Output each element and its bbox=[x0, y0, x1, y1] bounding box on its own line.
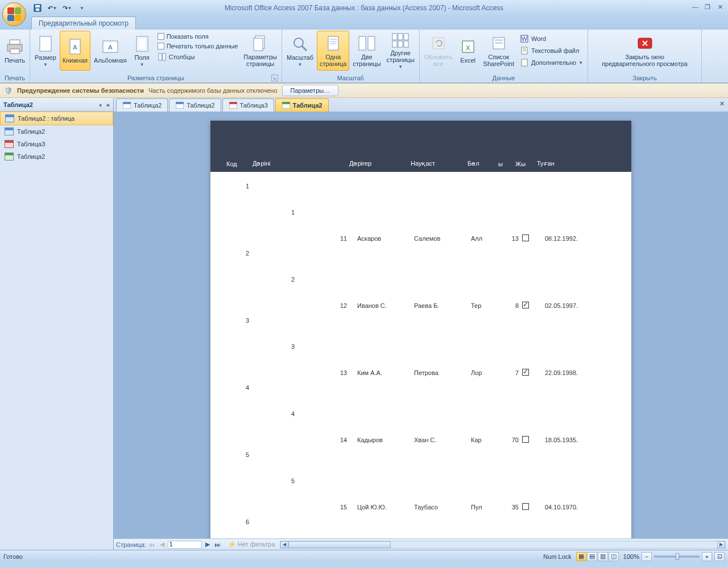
one-page-label: Одна страница bbox=[320, 53, 346, 67]
size-button[interactable]: Размер▼ bbox=[32, 31, 59, 71]
svg-rect-42 bbox=[522, 59, 527, 66]
more-pages-button[interactable]: Другие страницы▼ bbox=[384, 31, 417, 71]
quick-access-toolbar: ↶▼ ↷▼ ▼ bbox=[31, 2, 88, 14]
next-page-button[interactable]: ▶ bbox=[203, 540, 212, 549]
page-setup-button[interactable]: Параметры страницы bbox=[241, 31, 279, 71]
print-data-only-checkbox[interactable]: Печатать только данные bbox=[155, 42, 241, 51]
more-export-button[interactable]: Дополнительно▼ bbox=[518, 57, 585, 68]
prev-page-button[interactable]: ◀ bbox=[158, 540, 167, 549]
view-print-button[interactable]: ▤ bbox=[587, 552, 597, 561]
scroll-right-button[interactable]: ▶ bbox=[717, 541, 725, 548]
svg-point-17 bbox=[294, 38, 303, 47]
portrait-button[interactable]: AКнижная bbox=[60, 31, 90, 71]
zoom-button[interactable]: Масштаб▼ bbox=[284, 31, 316, 71]
close-preview-icon bbox=[636, 34, 654, 52]
report-group: 4414КадыровХван С.Кар7018.05.1935. bbox=[226, 380, 615, 447]
undo-icon[interactable]: ↶▼ bbox=[46, 2, 59, 14]
margins-button[interactable]: Поля▼ bbox=[130, 31, 154, 71]
nav-item[interactable]: Таблица3 bbox=[0, 138, 113, 150]
two-pages-button[interactable]: Две страницы bbox=[350, 31, 383, 71]
scroll-left-button[interactable]: ◀ bbox=[280, 541, 288, 548]
office-button[interactable] bbox=[2, 2, 26, 26]
restore-button[interactable]: ❐ bbox=[702, 2, 713, 11]
svg-rect-28 bbox=[392, 41, 397, 47]
close-button[interactable]: ✕ bbox=[714, 2, 726, 11]
more-icon bbox=[520, 58, 529, 67]
doc-tab[interactable]: Таблица2 bbox=[275, 98, 329, 112]
text-file-button[interactable]: Текстовый файл bbox=[518, 45, 585, 56]
excel-label: Excel bbox=[460, 57, 475, 64]
nav-item[interactable]: Таблица2 bbox=[0, 150, 113, 163]
table-icon bbox=[229, 101, 238, 110]
close-preview-button[interactable]: Закрыть окно предварительного просмотра bbox=[599, 31, 690, 71]
first-page-button[interactable]: ⏮ bbox=[147, 540, 156, 549]
refresh-label: Обновить все bbox=[424, 53, 453, 67]
group-layout-label: Разметка страницы↘ bbox=[32, 73, 279, 83]
show-fields-checkbox[interactable]: Показать поля bbox=[155, 32, 241, 41]
nav-item-label: Таблица2 : таблица bbox=[18, 115, 75, 122]
last-page-button[interactable]: ⏭ bbox=[213, 540, 222, 549]
redo-icon[interactable]: ↷▼ bbox=[61, 2, 73, 14]
page-setup-icon bbox=[251, 34, 270, 52]
svg-rect-14 bbox=[163, 53, 166, 60]
columns-label: Столбцы bbox=[169, 53, 195, 60]
zoom-out-button[interactable]: − bbox=[642, 552, 652, 561]
svg-rect-5 bbox=[10, 49, 19, 53]
zoom-fit-button[interactable]: ⊡ bbox=[714, 552, 725, 561]
security-options-button[interactable]: Параметры… bbox=[282, 85, 339, 96]
report-page: Код Дәріні Дәрігер Науқаст Бөл ы Жы Туға… bbox=[210, 121, 631, 538]
table-icon bbox=[5, 114, 14, 122]
excel-button[interactable]: XExcel bbox=[456, 31, 480, 71]
sharepoint-button[interactable]: Список SharePoint bbox=[481, 31, 516, 71]
save-icon[interactable] bbox=[31, 2, 44, 14]
landscape-icon: A bbox=[101, 38, 119, 56]
portrait-label: Книжная bbox=[63, 57, 88, 64]
group-print: Печать Печать bbox=[0, 30, 30, 83]
report-group: 2212Иванов С.Раева Б.Тер802.05.1997. bbox=[226, 246, 615, 313]
doc-tab-label: Таблица2 bbox=[134, 102, 162, 109]
tab-print-preview[interactable]: Предварительный просмотр bbox=[31, 17, 136, 30]
nav-item-label: Таблица2 bbox=[17, 153, 45, 160]
qat-customize-icon[interactable]: ▼ bbox=[76, 2, 88, 14]
report-group: 1111АскаровСалемовАлл1308.12.1992. bbox=[226, 179, 615, 246]
table-icon bbox=[5, 140, 14, 148]
view-report-button[interactable]: ▦ bbox=[576, 552, 586, 561]
print-preview-area[interactable]: Код Дәріні Дәрігер Науқаст Бөл ы Жы Туға… bbox=[114, 112, 728, 538]
doc-tab[interactable]: Таблица2 bbox=[169, 98, 221, 112]
landscape-button[interactable]: AАльбомная bbox=[92, 31, 129, 71]
word-button[interactable]: WWord bbox=[518, 33, 585, 44]
zoom-label: Масштаб bbox=[287, 54, 313, 61]
view-design-button[interactable]: ◫ bbox=[609, 552, 619, 561]
doc-tab[interactable]: Таблица3 bbox=[222, 98, 274, 112]
word-label: Word bbox=[531, 35, 546, 42]
minimize-button[interactable]: — bbox=[689, 2, 701, 11]
nav-item[interactable]: Таблица2 bbox=[0, 125, 113, 138]
svg-text:W: W bbox=[522, 35, 528, 42]
table-icon bbox=[175, 101, 184, 110]
one-page-button[interactable]: Одна страница bbox=[317, 31, 349, 71]
page-number-input[interactable] bbox=[168, 541, 202, 549]
col-doctor: Дәрігер bbox=[349, 160, 411, 167]
svg-rect-35 bbox=[495, 39, 503, 41]
zoom-slider[interactable] bbox=[654, 555, 700, 558]
nav-collapse-icon[interactable]: « bbox=[106, 101, 110, 108]
scroll-thumb[interactable] bbox=[288, 541, 391, 548]
dialog-launcher-icon[interactable]: ↘ bbox=[271, 75, 278, 81]
table-icon bbox=[122, 101, 131, 110]
nav-dropdown-icon[interactable]: ▼ bbox=[98, 103, 103, 108]
horizontal-scrollbar[interactable]: ◀ ▶ bbox=[280, 541, 726, 549]
print-button[interactable]: Печать bbox=[2, 31, 27, 71]
nav-item[interactable]: Таблица2 : таблица bbox=[0, 112, 113, 125]
doc-tab-close-icon[interactable]: ✕ bbox=[719, 100, 725, 108]
navigation-pane: Таблица2 ▼ « Таблица2 : таблицаТаблица2Т… bbox=[0, 98, 114, 550]
columns-button[interactable]: Столбцы bbox=[155, 51, 241, 63]
col-med: Дәріні bbox=[253, 160, 349, 167]
navigation-pane-header[interactable]: Таблица2 ▼ « bbox=[0, 98, 113, 112]
svg-rect-3 bbox=[10, 40, 20, 44]
zoom-in-button[interactable]: + bbox=[702, 552, 712, 561]
table-icon bbox=[5, 153, 14, 160]
view-layout-button[interactable]: ▥ bbox=[598, 552, 608, 561]
col-dept: Бөл bbox=[468, 160, 498, 167]
doc-tab[interactable]: Таблица2 bbox=[116, 98, 168, 112]
svg-rect-19 bbox=[328, 36, 338, 50]
